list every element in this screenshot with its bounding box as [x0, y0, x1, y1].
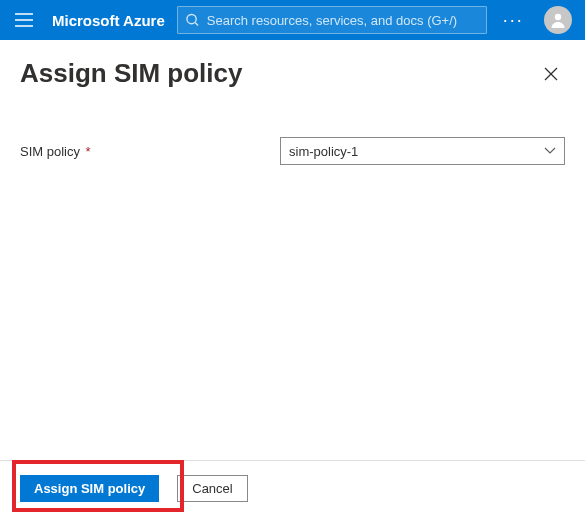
close-button[interactable] [537, 60, 565, 88]
svg-point-3 [187, 14, 196, 23]
svg-line-4 [195, 23, 198, 26]
menu-icon[interactable] [8, 4, 40, 36]
required-marker: * [86, 144, 91, 159]
sim-policy-label-text: SIM policy [20, 144, 80, 159]
user-icon [549, 11, 567, 29]
search-icon [186, 13, 199, 27]
cancel-button[interactable]: Cancel [177, 475, 247, 502]
panel-title: Assign SIM policy [20, 58, 243, 89]
svg-point-5 [555, 14, 561, 20]
brand-label: Microsoft Azure [52, 12, 165, 29]
assign-sim-policy-button[interactable]: Assign SIM policy [20, 475, 159, 502]
account-avatar[interactable] [544, 6, 572, 34]
sim-policy-label: SIM policy * [20, 144, 280, 159]
top-bar: Microsoft Azure ··· [0, 0, 585, 40]
sim-policy-row: SIM policy * sim-policy-1 [20, 137, 565, 165]
sim-policy-selected-value: sim-policy-1 [289, 144, 358, 159]
search-input[interactable] [207, 13, 478, 28]
global-search[interactable] [177, 6, 487, 34]
panel-content: Assign SIM policy SIM policy * sim-polic… [0, 40, 585, 165]
chevron-down-icon [544, 147, 556, 155]
sim-policy-select[interactable]: sim-policy-1 [280, 137, 565, 165]
panel-footer: Assign SIM policy Cancel [0, 460, 585, 516]
more-icon[interactable]: ··· [499, 10, 528, 31]
close-icon [544, 67, 558, 81]
